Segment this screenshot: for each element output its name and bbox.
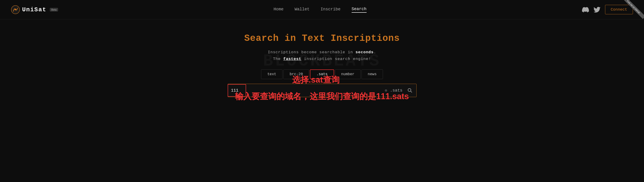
nav-home[interactable]: Home — [274, 7, 284, 13]
fork-ribbon[interactable]: Fork me on GitHub — [623, 0, 644, 21]
nav-wallet[interactable]: Wallet — [295, 7, 310, 13]
header: UniSat Beta Home Wallet Inscribe Search … — [0, 0, 644, 19]
tab-text[interactable]: text — [261, 69, 282, 79]
fork-ribbon-text: Fork me on GitHub — [623, 0, 644, 19]
nav-search[interactable]: Search — [352, 7, 366, 13]
tab-sats[interactable]: .sats — [310, 69, 334, 79]
twitter-icon[interactable] — [594, 6, 600, 13]
nav-inscribe[interactable]: Inscribe — [320, 7, 340, 13]
tagline-start: The — [273, 57, 284, 61]
tagline: The fastest inscription search engine! — [273, 57, 371, 61]
search-suffix: .sats — [390, 88, 402, 93]
subtitle: Inscriptions become searchable in second… — [268, 50, 376, 54]
svg-point-1 — [15, 9, 16, 10]
tagline-end: inscription search engine! — [302, 57, 371, 61]
search-container: ⊗ .sats — [228, 84, 416, 97]
tagline-emphasis: fastest — [283, 57, 301, 61]
subtitle-end: . — [374, 50, 376, 54]
tab-bar: text brc-20 .sats number news — [261, 69, 383, 79]
logo-icon — [11, 5, 20, 14]
search-button[interactable] — [406, 87, 413, 94]
discord-icon[interactable] — [582, 6, 589, 13]
search-input[interactable] — [231, 88, 383, 93]
tab-number[interactable]: number — [335, 69, 361, 79]
search-wrapper: ⊗ .sats — [228, 84, 416, 97]
nav: Home Wallet Inscribe Search — [274, 7, 366, 13]
logo-text: UniSat — [22, 6, 46, 13]
clear-icon[interactable]: ⊗ — [385, 88, 387, 93]
main-content: BLOCKBEATS Search in Text Inscriptions I… — [0, 19, 644, 106]
page-title: Search in Text Inscriptions — [244, 33, 400, 44]
svg-line-3 — [410, 91, 412, 92]
tab-news[interactable]: news — [362, 69, 383, 79]
watermark-text: BLOCKBEATS — [263, 52, 381, 71]
logo-area: UniSat Beta — [11, 5, 58, 14]
subtitle-emphasis: seconds — [356, 50, 374, 54]
tab-brc20[interactable]: brc-20 — [284, 69, 309, 79]
subtitle-text: Inscriptions become searchable in — [268, 50, 356, 54]
beta-badge: Beta — [50, 8, 58, 12]
search-icon — [407, 88, 412, 93]
